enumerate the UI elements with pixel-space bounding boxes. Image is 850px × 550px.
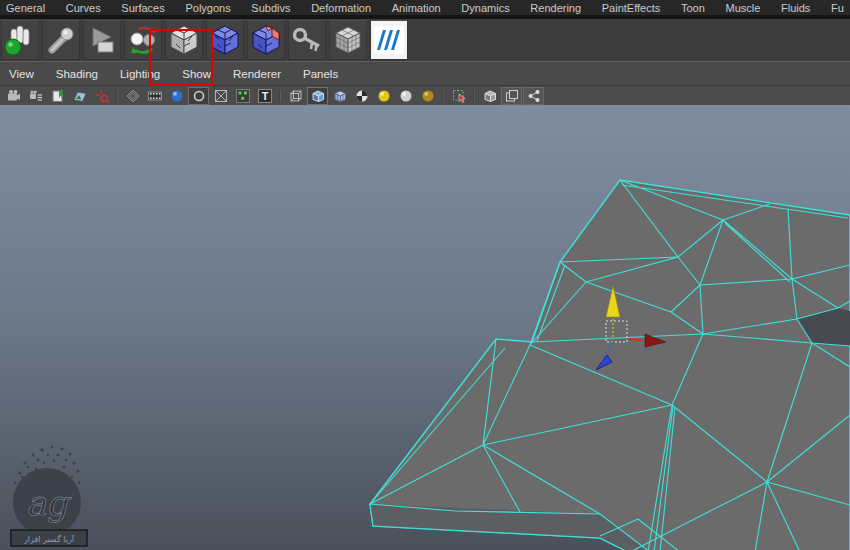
tab-fluids[interactable]: Fluids xyxy=(775,2,816,14)
tab-muscle[interactable]: Muscle xyxy=(719,2,766,14)
wire-blue-cube-icon xyxy=(333,89,347,103)
mesh-object[interactable] xyxy=(370,180,850,550)
shaded-sphere-button[interactable] xyxy=(166,87,187,105)
light-all-button[interactable] xyxy=(373,87,394,105)
shelf-button-gray-shatter-cube[interactable] xyxy=(165,20,203,60)
share-nodes-icon xyxy=(527,89,541,103)
gray-sphere-icon xyxy=(399,89,413,103)
camera-list-icon xyxy=(29,89,43,103)
tab-polygons[interactable]: Polygons xyxy=(179,2,236,14)
tab-surfaces[interactable]: Surfaces xyxy=(115,2,170,14)
viewport-toolbar: T xyxy=(0,85,850,105)
maya-window: { "shelf_tabs": { "items": ["General","C… xyxy=(0,0,850,550)
tab-toon[interactable]: Toon xyxy=(675,2,711,14)
shelf-button-key[interactable] xyxy=(288,20,326,60)
wireframe-display-button[interactable] xyxy=(285,87,306,105)
watermark-caption-text: آریا گستر افزار xyxy=(23,534,75,544)
shelf-tab-bar: General Curves Surfaces Polygons Subdivs… xyxy=(0,0,850,19)
default-material-button[interactable] xyxy=(351,87,372,105)
gray-cube-icon xyxy=(483,89,497,103)
yellow-sphere-icon xyxy=(377,89,391,103)
panel-menu-bar: View Shading Lighting Show Renderer Pane… xyxy=(0,61,850,85)
watermark-logo: ag آریا گستر افزار xyxy=(11,446,87,546)
watermark-logo-text: ag xyxy=(26,483,72,523)
zoom-region-button[interactable] xyxy=(91,87,112,105)
toolbar-separator xyxy=(442,90,444,102)
viewport-scene: ag آریا گستر افزار xyxy=(0,105,850,550)
tab-rendering[interactable]: Rendering xyxy=(524,2,587,14)
maya-stripes-logo-icon xyxy=(373,24,405,56)
wireframe-on-shaded-button[interactable] xyxy=(329,87,350,105)
crossed-frame-button[interactable] xyxy=(210,87,231,105)
menu-renderer[interactable]: Renderer xyxy=(224,68,294,80)
play-clip-icon xyxy=(86,24,118,56)
toolbar-separator xyxy=(279,90,281,102)
tab-fur-clipped[interactable]: Fu xyxy=(825,2,850,14)
tab-painteffects[interactable]: PaintEffects xyxy=(596,2,667,14)
toolbar-separator xyxy=(116,90,118,102)
light-flat-button[interactable] xyxy=(417,87,438,105)
shelf-button-blue-shatter-cube[interactable] xyxy=(206,20,244,60)
shelf-button-bowling[interactable] xyxy=(1,20,39,60)
shelf-button-play-clip[interactable] xyxy=(83,20,121,60)
shelf-button-voxel-cube[interactable] xyxy=(329,20,367,60)
svg-text:T: T xyxy=(261,90,268,102)
gold-sphere-icon xyxy=(421,89,435,103)
checker-sphere-icon xyxy=(355,89,369,103)
display-cube-button[interactable] xyxy=(479,87,500,105)
shelf-button-muscle[interactable] xyxy=(42,20,80,60)
smooth-shade-button[interactable] xyxy=(307,87,328,105)
film-strip-icon xyxy=(148,89,162,103)
light-selected-button[interactable] xyxy=(395,87,416,105)
diamond-grid-icon xyxy=(126,89,140,103)
isolate-select-button[interactable] xyxy=(122,87,143,105)
shelf-button-swap-cycle[interactable] xyxy=(124,20,162,60)
book-bookmark-icon xyxy=(51,89,65,103)
menu-show[interactable]: Show xyxy=(173,68,224,80)
tab-animation[interactable]: Animation xyxy=(386,2,447,14)
tab-subdivs[interactable]: Subdivs xyxy=(245,2,296,14)
menu-panels[interactable]: Panels xyxy=(294,68,351,80)
blue-cube-icon xyxy=(311,89,325,103)
green-dots-button[interactable] xyxy=(232,87,253,105)
blue-sphere-icon xyxy=(170,89,184,103)
circle-ring-button[interactable] xyxy=(188,87,209,105)
swap-cycle-icon xyxy=(127,24,159,56)
camera-icon xyxy=(7,89,21,103)
menu-view[interactable]: View xyxy=(0,68,47,80)
menu-shading[interactable]: Shading xyxy=(47,68,111,80)
select-camera-button[interactable] xyxy=(3,87,24,105)
texture-letter-button[interactable]: T xyxy=(254,87,275,105)
toolbar-separator xyxy=(473,90,475,102)
voxel-grid-cube-icon xyxy=(332,24,364,56)
tab-general[interactable]: General xyxy=(0,2,51,14)
circle-ring-icon xyxy=(192,89,206,103)
blue-shatter-cube-icon xyxy=(209,24,241,56)
shelf-button-maya-logo[interactable] xyxy=(370,20,408,60)
viewport-3d[interactable]: ag آریا گستر افزار xyxy=(0,105,850,550)
shelf-icon-row xyxy=(0,19,850,61)
marquee-select-button[interactable] xyxy=(448,87,469,105)
key-icon xyxy=(291,24,323,56)
share-button[interactable] xyxy=(523,87,544,105)
gray-shatter-cube-icon xyxy=(168,24,200,56)
shelf-button-red-blue-shatter-cube[interactable] xyxy=(247,20,285,60)
tab-dynamics[interactable]: Dynamics xyxy=(455,2,515,14)
menu-lighting[interactable]: Lighting xyxy=(111,68,173,80)
film-gate-button[interactable] xyxy=(144,87,165,105)
panes-button[interactable] xyxy=(501,87,522,105)
image-plane-icon xyxy=(73,89,87,103)
overlap-squares-icon xyxy=(505,89,519,103)
red-blue-shatter-cube-icon xyxy=(250,24,282,56)
muscle-bone-icon xyxy=(45,24,77,56)
wireframe-cube-icon xyxy=(289,89,303,103)
marquee-cursor-icon xyxy=(452,89,466,103)
bowling-pins-icon xyxy=(4,24,36,56)
crossed-frame-icon xyxy=(214,89,228,103)
crosshair-magnifier-icon xyxy=(95,89,109,103)
tab-curves[interactable]: Curves xyxy=(60,2,107,14)
image-plane-button[interactable] xyxy=(69,87,90,105)
camera-attributes-button[interactable] xyxy=(25,87,46,105)
bookmarks-button[interactable] xyxy=(47,87,68,105)
tab-deformation[interactable]: Deformation xyxy=(305,2,377,14)
